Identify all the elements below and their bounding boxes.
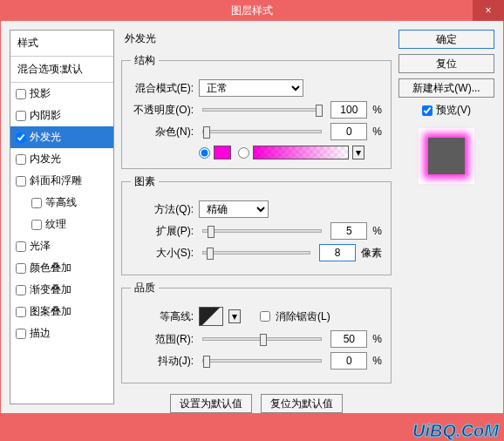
new-style-button[interactable]: 新建样式(W)...: [398, 78, 494, 98]
style-item-7[interactable]: 光泽: [10, 235, 113, 257]
style-checkbox[interactable]: [16, 111, 26, 121]
gradient-dropdown[interactable]: ▾: [352, 146, 364, 159]
contour-picker[interactable]: [199, 307, 223, 326]
technique-select[interactable]: 精确: [199, 200, 269, 218]
jitter-input[interactable]: [330, 352, 367, 370]
style-checkbox[interactable]: [16, 154, 26, 165]
quality-group: 品质 等高线: ▾ 消除锯齿(L) 范围(R): % 抖动(J): %: [121, 281, 392, 383]
noise-input[interactable]: [330, 123, 367, 140]
style-item-2[interactable]: 外发光: [10, 126, 113, 148]
titlebar: 图层样式 ×: [0, 0, 504, 21]
preview-label: 预览(V): [436, 103, 471, 118]
action-panel: 确定 复位 新建样式(W)... 预览(V): [398, 30, 494, 404]
cancel-button[interactable]: 复位: [398, 54, 494, 73]
color-swatch[interactable]: [214, 146, 231, 159]
spread-unit: %: [372, 225, 382, 237]
structure-legend: 结构: [131, 53, 159, 68]
contour-dropdown[interactable]: ▾: [228, 309, 241, 323]
set-default-button[interactable]: 设置为默认值: [170, 394, 252, 413]
opacity-label: 不透明度(O):: [131, 103, 194, 118]
blend-mode-select[interactable]: 正常: [199, 79, 303, 97]
opacity-input[interactable]: [330, 101, 367, 119]
gradient-swatch[interactable]: [253, 146, 349, 159]
style-item-0[interactable]: 投影: [10, 83, 113, 105]
style-item-3[interactable]: 内发光: [10, 148, 113, 170]
size-input[interactable]: [319, 244, 356, 261]
watermark: UiBQ.CoM: [412, 421, 499, 441]
noise-unit: %: [372, 126, 382, 138]
chevron-down-icon: ▾: [356, 146, 361, 159]
style-item-5[interactable]: 等高线: [10, 192, 113, 214]
style-checkbox[interactable]: [16, 132, 26, 143]
blend-mode-label: 混合模式(E):: [131, 81, 194, 96]
style-item-label: 投影: [30, 86, 51, 101]
spread-input[interactable]: [330, 222, 367, 240]
style-item-label: 内阴影: [30, 108, 61, 123]
style-checkbox[interactable]: [16, 241, 26, 252]
contour-label: 等高线:: [131, 309, 194, 324]
style-item-label: 光泽: [30, 239, 51, 254]
spread-label: 扩展(P):: [131, 224, 194, 239]
style-checkbox[interactable]: [31, 220, 42, 230]
ok-button[interactable]: 确定: [398, 30, 494, 49]
quality-legend: 品质: [131, 281, 159, 295]
style-item-label: 等高线: [45, 195, 77, 210]
gradient-radio[interactable]: [238, 147, 249, 159]
solid-color-radio[interactable]: [199, 147, 210, 159]
style-item-label: 渐变叠加: [30, 282, 72, 297]
style-item-label: 斜面和浮雕: [30, 173, 82, 188]
style-item-8[interactable]: 颜色叠加: [10, 257, 113, 279]
dialog-body: 样式 混合选项:默认 投影内阴影外发光内发光斜面和浮雕等高线纹理光泽颜色叠加渐变…: [1, 21, 503, 413]
antialias-label: 消除锯齿(L): [276, 309, 330, 324]
style-item-11[interactable]: 描边: [10, 322, 113, 344]
window-title: 图层样式: [231, 3, 273, 18]
style-checkbox[interactable]: [16, 307, 26, 317]
spread-slider[interactable]: [202, 229, 322, 233]
noise-slider[interactable]: [202, 130, 322, 133]
jitter-label: 抖动(J):: [131, 354, 194, 369]
elements-group: 图素 方法(Q): 精确 扩展(P): % 大小(S): 像素: [121, 174, 392, 275]
styles-list: 样式 混合选项:默认 投影内阴影外发光内发光斜面和浮雕等高线纹理光泽颜色叠加渐变…: [10, 30, 114, 404]
size-unit: 像素: [361, 246, 382, 261]
style-item-label: 外发光: [30, 130, 61, 145]
range-unit: %: [372, 333, 382, 345]
style-item-4[interactable]: 斜面和浮雕: [10, 170, 113, 192]
style-checkbox[interactable]: [16, 329, 26, 339]
range-slider[interactable]: [202, 337, 322, 341]
jitter-unit: %: [372, 355, 382, 367]
opacity-unit: %: [372, 104, 382, 116]
reset-default-button[interactable]: 复位为默认值: [261, 394, 343, 413]
style-checkbox[interactable]: [16, 285, 26, 295]
preview-box: [419, 128, 474, 184]
style-item-10[interactable]: 图案叠加: [10, 301, 113, 322]
opacity-slider[interactable]: [202, 108, 322, 112]
style-checkbox[interactable]: [16, 89, 26, 99]
style-item-label: 图案叠加: [30, 304, 72, 319]
size-slider[interactable]: [202, 251, 310, 254]
jitter-slider[interactable]: [202, 359, 322, 363]
preview-thumbnail: [428, 138, 465, 174]
noise-label: 杂色(N):: [131, 125, 194, 139]
style-checkbox[interactable]: [31, 198, 42, 208]
style-item-9[interactable]: 渐变叠加: [10, 279, 113, 301]
structure-group: 结构 混合模式(E): 正常 不透明度(O): % 杂色(N): %: [121, 53, 392, 169]
chevron-down-icon: ▾: [232, 310, 237, 322]
style-item-label: 内发光: [30, 152, 61, 166]
technique-label: 方法(Q):: [131, 202, 194, 217]
range-label: 范围(R):: [131, 332, 194, 347]
blending-options-row[interactable]: 混合选项:默认: [10, 57, 113, 83]
settings-panel: 外发光 结构 混合模式(E): 正常 不透明度(O): % 杂色(N): %: [121, 30, 392, 404]
style-item-label: 描边: [30, 326, 51, 341]
style-item-6[interactable]: 纹理: [10, 214, 113, 235]
style-item-label: 颜色叠加: [30, 261, 72, 275]
style-checkbox[interactable]: [16, 263, 26, 274]
preview-checkbox[interactable]: [422, 105, 432, 116]
styles-header: 样式: [10, 31, 113, 57]
close-button[interactable]: ×: [473, 0, 504, 21]
elements-legend: 图素: [131, 174, 159, 189]
style-item-1[interactable]: 内阴影: [10, 105, 113, 126]
style-checkbox[interactable]: [16, 176, 26, 187]
antialias-checkbox[interactable]: [260, 311, 270, 322]
close-icon: ×: [485, 4, 491, 17]
range-input[interactable]: [330, 330, 367, 348]
